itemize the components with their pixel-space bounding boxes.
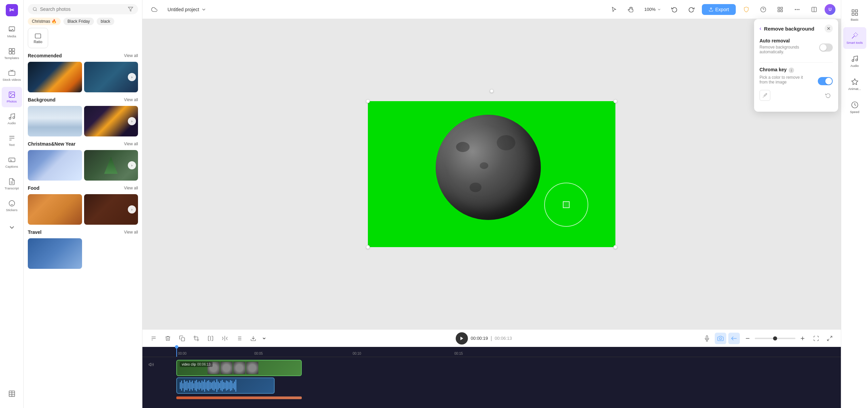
tag-black[interactable]: black: [97, 18, 114, 25]
sidebar-item-audio[interactable]: Audio: [2, 109, 22, 129]
chroma-key-row: Pick a color to remove it from the image: [760, 75, 833, 87]
travel-view-all[interactable]: View all: [124, 230, 138, 235]
travel-photo-1[interactable]: [28, 238, 82, 269]
more-options-btn[interactable]: [791, 4, 804, 15]
sidebar-item-templates[interactable]: Templates: [2, 43, 22, 64]
download-btn[interactable]: [248, 333, 259, 344]
crop-btn[interactable]: [191, 333, 202, 344]
project-name[interactable]: Untitled project: [167, 7, 206, 12]
chroma-key-toggle[interactable]: [818, 77, 833, 85]
hand-tool-btn[interactable]: [625, 4, 637, 15]
food-next-btn[interactable]: ›: [128, 205, 136, 214]
audio-label: Audio: [7, 121, 16, 125]
align-btn[interactable]: [233, 333, 245, 344]
christmas-photo-1[interactable]: [28, 150, 82, 181]
recommended-next-btn[interactable]: ›: [128, 73, 136, 81]
christmas-view-all[interactable]: View all: [124, 142, 138, 146]
recommended-photo-1[interactable]: [28, 62, 82, 92]
panel-back-btn[interactable]: ‹: [760, 25, 761, 32]
sidebar-item-captions[interactable]: Captions: [2, 152, 22, 172]
redo-btn[interactable]: [685, 4, 698, 15]
volume-icon[interactable]: [149, 362, 154, 369]
recommended-view-all[interactable]: View all: [124, 53, 138, 58]
tag-christmas[interactable]: Christmas 🔥: [28, 18, 61, 25]
sidebar-item-photos[interactable]: Photos: [2, 87, 22, 107]
select-tool-btn[interactable]: [608, 4, 620, 15]
zoom-thumb[interactable]: [773, 336, 777, 340]
search-bar[interactable]: [28, 4, 138, 14]
ruler-marks: 00:00 00:05 00:10 00:15: [176, 347, 841, 357]
moon-element[interactable]: [436, 115, 541, 220]
svg-marker-20: [128, 7, 133, 11]
play-btn[interactable]: [456, 332, 468, 345]
auto-removal-toggle[interactable]: [819, 43, 833, 52]
zoom-out-btn[interactable]: [742, 333, 753, 344]
eyedropper-btn[interactable]: [760, 90, 770, 101]
right-sidebar-audio[interactable]: Audio: [843, 50, 866, 72]
sidebar-item-text[interactable]: Text: [2, 130, 22, 151]
canvas-handle-tl[interactable]: [366, 99, 370, 103]
export-btn[interactable]: Export: [702, 4, 736, 15]
chroma-undo-btn[interactable]: [823, 91, 833, 100]
svg-rect-24: [778, 7, 780, 9]
canvas-handle-br[interactable]: [613, 245, 617, 249]
ratio-button[interactable]: Ratio: [28, 28, 48, 48]
flip-btn[interactable]: [205, 333, 216, 344]
right-sidebar-animate[interactable]: Animat...: [843, 73, 866, 95]
video-clip[interactable]: video clip 00:06:13: [176, 360, 302, 376]
audio-clip[interactable]: [176, 377, 275, 394]
timeline-playhead[interactable]: [176, 347, 177, 357]
cloud-save-btn[interactable]: [148, 4, 161, 15]
delete-btn[interactable]: [162, 333, 174, 344]
right-sidebar-speed[interactable]: Speed: [843, 96, 866, 118]
sidebar-item-media[interactable]: Media: [2, 22, 22, 42]
fullscreen-btn[interactable]: [810, 333, 822, 344]
search-input[interactable]: [40, 6, 125, 12]
timeline-btn[interactable]: [728, 333, 740, 344]
food-photo-2[interactable]: ›: [84, 194, 138, 225]
split-btn[interactable]: [219, 333, 231, 344]
color-picker-indicator[interactable]: [544, 183, 588, 227]
mic-btn[interactable]: [701, 333, 713, 344]
background-photo-1[interactable]: [28, 106, 82, 136]
food-photo-1[interactable]: [28, 194, 82, 225]
sidebar-item-stickers[interactable]: Stickers: [2, 196, 22, 216]
undo-btn[interactable]: [668, 4, 681, 15]
clip-thumb-2: [220, 362, 233, 374]
camera-btn[interactable]: [715, 333, 726, 344]
canvas-frame[interactable]: [368, 101, 615, 247]
duplicate-btn[interactable]: [176, 333, 188, 344]
dropdown-arrow-icon: [262, 336, 267, 341]
help-btn[interactable]: [757, 4, 770, 15]
zoom-indicator[interactable]: 100%: [642, 5, 664, 13]
expand-btn[interactable]: [824, 333, 835, 344]
christmas-photo-2[interactable]: ›: [84, 150, 138, 181]
canvas-handle-rotate[interactable]: [490, 89, 494, 93]
sidebar-item-more[interactable]: [2, 217, 22, 238]
right-sidebar-basic[interactable]: Basic: [843, 4, 866, 26]
user-avatar[interactable]: U: [825, 4, 835, 15]
zoom-track[interactable]: [755, 338, 795, 339]
background-photo-2[interactable]: ›: [84, 106, 138, 136]
tag-black-friday[interactable]: Black Friday: [63, 18, 94, 25]
chroma-info-icon[interactable]: i: [789, 68, 794, 73]
zoom-in-btn[interactable]: [797, 333, 808, 344]
panel-close-btn[interactable]: ✕: [825, 24, 833, 33]
apps-btn[interactable]: [774, 4, 787, 15]
svg-point-28: [795, 9, 796, 10]
right-sidebar-smart-tools[interactable]: Smart tools: [843, 27, 866, 49]
sidebar-item-stock-videos[interactable]: Stock videos: [2, 65, 22, 86]
background-next-btn[interactable]: ›: [128, 117, 136, 125]
filter-icon[interactable]: [128, 6, 133, 12]
layout-btn[interactable]: [808, 4, 821, 15]
sidebar-item-table[interactable]: [2, 384, 22, 404]
text-insert-btn[interactable]: [148, 333, 159, 344]
christmas-next-btn[interactable]: ›: [128, 161, 136, 169]
sidebar-item-transcript[interactable]: Transcript: [2, 174, 22, 194]
canvas-handle-tr[interactable]: [613, 99, 617, 103]
background-view-all[interactable]: View all: [124, 97, 138, 102]
canvas-handle-bl[interactable]: [366, 245, 370, 249]
food-view-all[interactable]: View all: [124, 186, 138, 190]
recommended-photo-2[interactable]: ›: [84, 62, 138, 92]
shield-btn[interactable]: [740, 4, 753, 15]
